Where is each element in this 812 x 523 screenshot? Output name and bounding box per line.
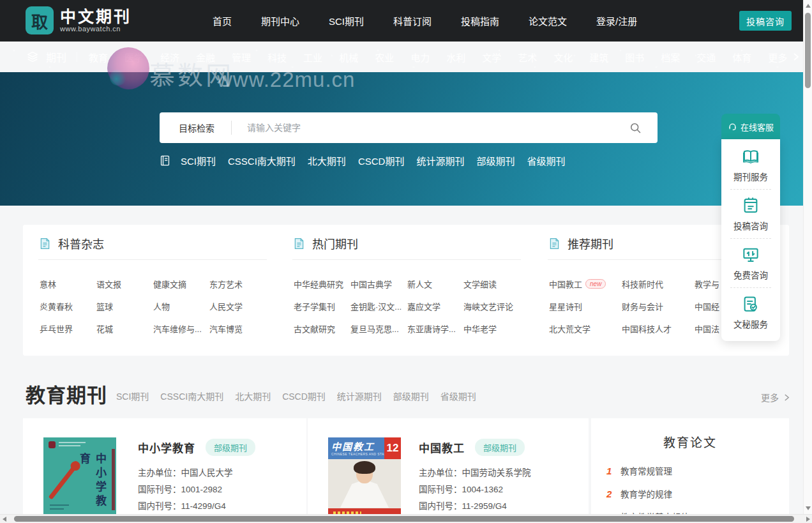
service-item-submission[interactable]: 投稿咨询 [721,192,780,236]
magazine-link[interactable]: 复旦马克思... [350,322,407,335]
nav-item[interactable]: 期刊中心 [261,14,299,27]
category-link[interactable]: 文学 [482,50,501,64]
magazine-link[interactable]: 星星诗刊 [549,300,622,312]
search-button[interactable] [613,121,658,135]
hero-quick-link[interactable]: CSSCI南大期刊 [228,154,296,167]
category-link[interactable]: 文化 [553,50,573,64]
category-link[interactable]: 体育 [732,50,751,64]
nav-item[interactable]: 首页 [213,14,232,27]
category-link[interactable]: 工业 [303,50,322,64]
education-tab[interactable]: 部级期刊 [393,390,429,402]
hero-quick-link[interactable]: 部级期刊 [476,154,515,167]
category-link[interactable]: 医学 [124,50,144,64]
magazine-link[interactable]: 东亚唐诗学... [407,322,463,335]
magazine-link[interactable]: 财务与会计 [622,300,695,312]
category-link[interactable]: 档案 [661,50,680,64]
nav-item[interactable]: 论文范文 [529,14,567,27]
vertical-scrollbar-thumb[interactable] [805,13,811,88]
magazine-link[interactable]: 炎黄春秋 [40,300,96,312]
paper-link[interactable]: 2 教育学的规律 [606,482,779,505]
category-link[interactable]: 金融 [196,50,215,64]
education-tab[interactable]: CSCD期刊 [282,390,326,402]
magazine-link[interactable]: 花城 [96,322,153,335]
nav-item[interactable]: SCI期刊 [329,14,364,27]
category-link[interactable]: 建筑 [589,50,608,64]
vertical-scrollbar[interactable] [803,0,812,514]
paper-link[interactable]: 3 教育教学基本规律 [606,505,779,514]
service-item-secretary[interactable]: 文秘服务 [721,290,780,335]
scroll-up-arrow[interactable] [806,4,811,8]
journal-name[interactable]: 中国教工 [419,439,465,455]
paper-link[interactable]: 1 教育常规管理 [606,459,779,482]
journal-name[interactable]: 中小学教育 [138,439,195,455]
magazine-link[interactable]: 嘉应文学 [407,300,463,312]
magazine-link[interactable]: 文学细读 [463,278,520,290]
journal-cover[interactable]: 中小学教育 [43,437,116,514]
magazine-link[interactable]: 汽车博览 [209,322,266,335]
magazine-link[interactable]: 古文献研究 [294,322,350,335]
magazine-link[interactable]: 东方艺术 [209,278,266,290]
magazine-link[interactable]: 中华经典研究 [294,278,350,290]
magazine-link[interactable]: 健康文摘 [153,278,209,290]
scroll-down-arrow[interactable] [806,506,811,510]
magazine-link[interactable]: 新人文 [407,278,463,290]
journal-card[interactable]: 中小学教育 中小学教育 部级期刊 主办单位：中国人民大学国际刊号：1001-29… [23,418,306,514]
category-bar-label[interactable]: 期刊 [46,49,66,64]
search-mode-selector[interactable]: 目标检索 [160,121,231,134]
journal-card[interactable]: 中国教工 CHINESE TEACHERS AND STAFF 12 中国教工 … [308,418,589,514]
category-link[interactable]: 机械 [339,50,358,64]
magazine-link[interactable]: 中国教工new [549,278,622,290]
magazine-link[interactable]: 金钥匙·汉文... [350,300,407,312]
magazine-link[interactable]: 中国古典学 [350,278,407,290]
category-link[interactable]: 农业 [375,50,394,64]
online-service-header[interactable]: 在线客服 [721,114,780,139]
horizontal-scrollbar-thumb[interactable] [14,516,794,522]
category-more-link[interactable]: 更多 [768,50,799,64]
magazine-link[interactable]: 汽车维修与... [153,322,209,335]
scroll-right-arrow[interactable] [806,517,810,522]
category-link[interactable]: 电力 [410,50,430,64]
education-tab[interactable]: 北大期刊 [235,390,271,402]
magazine-link[interactable]: 人民文学 [209,300,266,312]
category-link[interactable]: 经济 [160,50,179,64]
category-link[interactable]: 水利 [446,50,465,64]
search-input[interactable] [247,123,613,133]
education-tab[interactable]: CSSCI南大期刊 [160,390,223,402]
hero-quick-link[interactable]: CSCD期刊 [358,154,405,167]
submit-consult-button[interactable]: 投稿咨询 [739,11,792,31]
service-item-journal[interactable]: 期刊服务 [721,142,780,187]
magazine-link[interactable]: 科技新时代 [622,278,695,290]
hero-quick-link[interactable]: 北大期刊 [308,154,346,167]
magazine-link[interactable]: 北大荒文学 [549,322,622,335]
magazine-link[interactable]: 篮球 [96,300,153,312]
education-tab[interactable]: 统计源期刊 [337,390,382,402]
magazine-link[interactable]: 老子学集刊 [294,300,350,312]
magazine-link[interactable]: 中国科技人才 [622,322,695,335]
nav-item[interactable]: 科普订阅 [393,14,432,27]
category-link[interactable]: 科技 [267,50,287,64]
category-link[interactable]: 艺术 [518,50,537,64]
horizontal-scrollbar[interactable] [0,514,812,523]
logo[interactable]: 取 中文期刊 www.baywatch.cn [26,6,132,34]
education-more-link[interactable]: 更多 [761,391,790,404]
category-link[interactable]: 管理 [232,50,251,64]
hero-quick-link[interactable]: SCI期刊 [181,154,216,167]
service-item-free-consult[interactable]: 免费咨询 [721,241,780,285]
education-tab[interactable]: 省级期刊 [440,390,476,402]
scroll-left-arrow[interactable] [3,517,6,522]
nav-item[interactable]: 投稿指南 [461,14,499,27]
hero-quick-link[interactable]: 省级期刊 [527,154,565,167]
magazine-link[interactable]: 中华老学 [463,322,520,335]
magazine-link[interactable]: 人物 [153,300,209,312]
magazine-link[interactable]: 海峡文艺评论 [463,300,520,312]
magazine-link[interactable]: 意林 [40,278,96,290]
hero-quick-link[interactable]: 统计源期刊 [416,154,464,167]
category-link[interactable]: 图书 [625,50,644,64]
magazine-link[interactable]: 乒乓世界 [40,322,96,335]
category-link[interactable]: 交通 [696,50,716,64]
nav-item[interactable]: 登录/注册 [596,14,637,27]
category-link[interactable]: 教育 [89,50,108,64]
education-tab[interactable]: SCI期刊 [116,390,149,402]
magazine-link[interactable]: 语文报 [96,278,153,290]
journal-cover[interactable]: 中国教工 CHINESE TEACHERS AND STAFF 12 [328,437,401,514]
